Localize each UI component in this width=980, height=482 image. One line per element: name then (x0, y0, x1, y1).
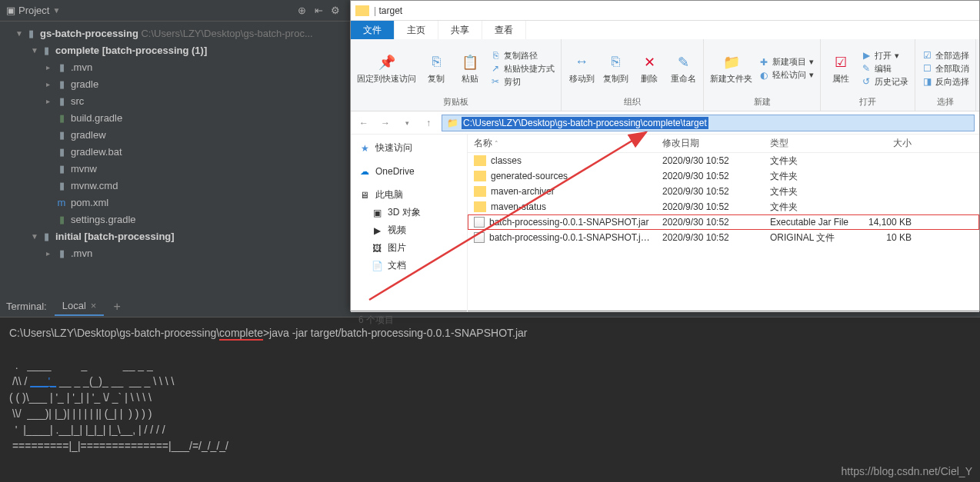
rename-button[interactable]: ✎重命名 (669, 53, 697, 85)
nav-pictures[interactable]: 🖼图片 (351, 239, 467, 257)
col-size[interactable]: 大小 (856, 137, 918, 150)
copy-button[interactable]: ⎘复制 (422, 53, 450, 85)
ide-project-panel: ▣ Project ▼ ⊕ ⇤ ⚙ ▼▮ gs-batch-processing… (0, 0, 350, 296)
moveto-label: 移动到 (569, 73, 595, 85)
tab-view[interactable]: 查看 (482, 21, 526, 39)
properties-button[interactable]: ☑属性 (827, 53, 855, 85)
tree-item[interactable]: mpom.xml (0, 194, 350, 211)
organize-group-label: 组织 (624, 95, 641, 108)
newfolder-button[interactable]: 📁新建文件夹 (710, 53, 752, 85)
col-date[interactable]: 修改日期 (656, 137, 764, 150)
tree-item[interactable]: ▮gradlew (0, 126, 350, 143)
path-input[interactable]: 📁 C:\Users\LZY\Desktop\gs-batch-processi… (442, 115, 975, 131)
paste-button[interactable]: 📋粘贴 (456, 53, 484, 85)
addressbar: ← → ▾ ↑ 📁 C:\Users\LZY\Desktop\gs-batch-… (351, 111, 979, 135)
close-icon[interactable]: × (91, 300, 97, 311)
pictures-label: 图片 (388, 241, 406, 254)
nav-quickaccess[interactable]: ★快速访问 (351, 139, 467, 157)
path-folder-icon: 📁 (447, 118, 458, 128)
delete-button[interactable]: ✕删除 (635, 53, 663, 85)
settings-icon[interactable]: ⚙ (327, 2, 344, 19)
shortcut-icon: ↗ (490, 63, 501, 74)
ascii-line-2-link: ___'_ (30, 375, 56, 387)
nav-documents[interactable]: 📄文档 (351, 257, 467, 274)
newitem-button[interactable]: ✚新建项目 ▾ (758, 56, 814, 68)
easyaccess-button[interactable]: ◐轻松访问 ▾ (758, 69, 814, 81)
copyto-button[interactable]: ⎘复制到 (602, 53, 629, 85)
nav-thispc[interactable]: 🖥此电脑 (351, 186, 467, 204)
cut-button[interactable]: ✂剪切 (490, 76, 555, 88)
project-icon: ▣ (6, 5, 15, 16)
copyto-icon: ⎘ (606, 53, 625, 71)
folder-icon (355, 5, 369, 16)
recent-button[interactable]: ▾ (398, 115, 415, 131)
moveto-icon: ↔ (572, 53, 591, 71)
complete-name: complete (55, 45, 99, 56)
tab-share[interactable]: 共享 (438, 21, 482, 39)
ribbon-group-open: ☑属性 ▶打开 ▾ ✎编辑 ↺历史记录 打开 (821, 39, 915, 111)
file-row[interactable]: generated-sources2020/9/30 10:52文件夹 (468, 168, 979, 184)
file-row[interactable]: batch-processing-0.0.1-SNAPSHOT.ja...202… (468, 230, 979, 245)
invertsel-button[interactable]: ◨反向选择 (922, 76, 969, 88)
copypath-button[interactable]: ⎘复制路径 (490, 50, 555, 61)
locate-icon[interactable]: ⊕ (293, 2, 310, 19)
path-text: C:\Users\LZY\Desktop\gs-batch-processing… (462, 117, 708, 129)
video-icon: ▶ (371, 224, 383, 237)
edit-button[interactable]: ✎编辑 (861, 63, 908, 75)
open-button[interactable]: ▶打开 ▾ (861, 50, 908, 61)
col-name[interactable]: 名称 ˄ (468, 137, 656, 150)
tree-item[interactable]: ▸▮src (0, 92, 350, 109)
documents-label: 文档 (388, 259, 406, 272)
file-row[interactable]: maven-status2020/9/30 10:52文件夹 (468, 199, 979, 214)
tree-item[interactable]: ▮mvnw (0, 160, 350, 177)
nav-3d[interactable]: ▣3D 对象 (351, 204, 467, 221)
file-row[interactable]: maven-archiver2020/9/30 10:52文件夹 (468, 184, 979, 199)
pin-button[interactable]: 📌固定到快速访问 (357, 53, 416, 85)
terminal-tab[interactable]: Local × (55, 297, 105, 316)
cut-icon: ✂ (490, 76, 501, 87)
command-text: java -jar target/batch-processing-0.0.1-… (269, 327, 527, 339)
new-terminal-button[interactable]: + (113, 300, 120, 314)
selectall-icon: ☑ (922, 50, 932, 61)
collapse-icon[interactable]: ⇤ (310, 2, 327, 19)
tree-root[interactable]: ▼▮ gs-batch-processing C:\Users\LZY\Desk… (0, 25, 350, 42)
nav-videos[interactable]: ▶视频 (351, 221, 467, 239)
tree-complete[interactable]: ▼▮ complete [batch-processing (1)] (0, 42, 350, 58)
pasteshortcut-button[interactable]: ↗粘贴快捷方式 (490, 63, 555, 75)
tree-item[interactable]: ▮gradlew.bat (0, 143, 350, 160)
properties-label: 属性 (832, 73, 849, 85)
rename-icon: ✎ (674, 53, 692, 71)
edit-icon: ✎ (861, 63, 872, 74)
tab-file[interactable]: 文件 (351, 21, 395, 39)
nav-pane: ★快速访问 ☁OneDrive 🖥此电脑 ▣3D 对象 ▶视频 🖼图片 📄文档 (351, 135, 468, 311)
picture-icon: 🖼 (371, 242, 383, 254)
file-row[interactable]: classes2020/9/30 10:52文件夹 (468, 153, 979, 168)
window-title: target (378, 5, 402, 16)
back-button[interactable]: ← (355, 115, 372, 131)
selectnone-button[interactable]: ☐全部取消 (922, 63, 969, 75)
tree-item[interactable]: ▮mvnw.cmd (0, 177, 350, 194)
moveto-button[interactable]: ↔移动到 (568, 53, 595, 85)
ascii-line-2a: /\\ / (9, 375, 30, 387)
delete-label: 删除 (641, 73, 658, 85)
tree-item[interactable]: ▸▮.mvn (0, 58, 350, 75)
tree-item[interactable]: ▸▮gradle (0, 75, 350, 92)
tree-item[interactable]: ▮build.gradle (0, 109, 350, 126)
pin-icon: 📌 (378, 53, 396, 71)
explorer-titlebar[interactable]: | target (351, 1, 979, 21)
history-button[interactable]: ↺历史记录 (861, 76, 908, 88)
up-button[interactable]: ↑ (420, 115, 437, 131)
dropdown-icon[interactable]: ▼ (52, 6, 60, 15)
tree-item[interactable]: ▸▮.mvn (0, 244, 350, 261)
col-type[interactable]: 类型 (764, 137, 856, 150)
tab-home[interactable]: 主页 (395, 21, 438, 39)
terminal-body[interactable]: C:\Users\LZY\Desktop\gs-batch-processing… (0, 317, 980, 462)
file-row[interactable]: batch-processing-0.0.1-SNAPSHOT.jar2020/… (468, 214, 979, 230)
pin-label: 固定到快速访问 (357, 73, 416, 85)
ribbon-tabs: 文件 主页 共享 查看 (351, 21, 979, 39)
tree-item[interactable]: ▮settings.gradle (0, 211, 350, 228)
selectall-button[interactable]: ☑全部选择 (922, 50, 969, 61)
nav-onedrive[interactable]: ☁OneDrive (351, 163, 467, 180)
forward-button[interactable]: → (377, 115, 394, 131)
tree-initial[interactable]: ▼▮ initial [batch-processing] (0, 228, 350, 244)
